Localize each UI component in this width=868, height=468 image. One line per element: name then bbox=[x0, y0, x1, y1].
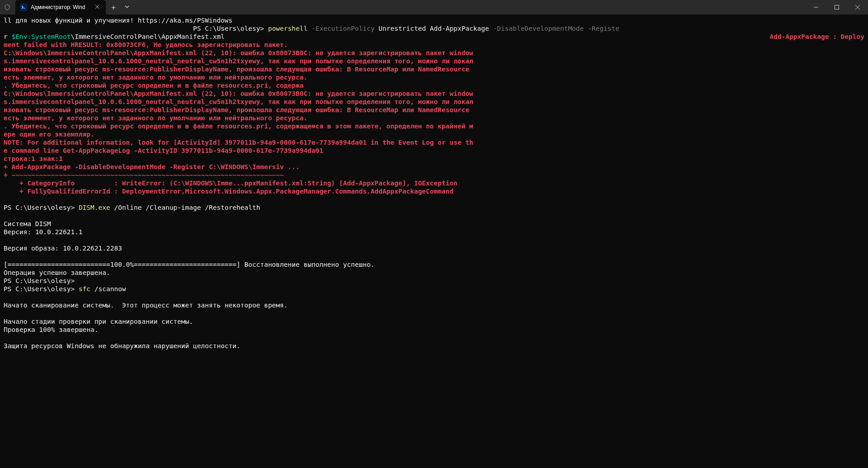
close-window-button[interactable] bbox=[847, 0, 868, 14]
maximize-button[interactable] bbox=[826, 0, 847, 14]
dism-output: Cистема DISM Версия: 10.0.22621.1 Версия… bbox=[4, 220, 375, 276]
prompt: PS C:\Users\olesy> bbox=[4, 285, 79, 293]
svg-rect-1 bbox=[835, 5, 839, 9]
titlebar: Администратор: Wind + bbox=[0, 0, 868, 14]
new-tab-button[interactable]: + bbox=[106, 3, 121, 12]
arg: Unrestricted Add-AppxPackage bbox=[378, 25, 489, 32]
prompt: PS C:\Users\olesy> bbox=[4, 277, 75, 284]
close-tab-button[interactable] bbox=[93, 3, 101, 11]
param: -ExecutionPolicy bbox=[307, 25, 378, 32]
output-line: ll для новых функций и улучшения! https:… bbox=[4, 17, 232, 24]
command: DISM.exe bbox=[79, 204, 110, 211]
titlebar-left: Администратор: Wind + bbox=[0, 0, 133, 14]
shield-icon bbox=[4, 4, 11, 11]
command: powershell bbox=[268, 25, 307, 32]
blank-line bbox=[4, 196, 8, 203]
minimize-button[interactable] bbox=[806, 0, 826, 14]
indent bbox=[4, 25, 193, 32]
sfc-output: Начато сканирование системы. Этот процес… bbox=[4, 302, 288, 350]
path: \ImmersiveControlPanel\AppxManifest.xml bbox=[71, 33, 224, 40]
prompt: PS C:\Users\olesy> bbox=[193, 25, 268, 32]
cont: r bbox=[4, 33, 11, 40]
error-head-right: Add-AppxPackage : Deploy bbox=[769, 33, 864, 41]
blank-line bbox=[4, 212, 8, 219]
args: /scannow bbox=[90, 285, 126, 293]
terminal-content[interactable]: ll для новых функций и улучшения! https:… bbox=[0, 14, 868, 468]
tab-title: Администратор: Wind bbox=[31, 4, 90, 10]
tab-dropdown-button[interactable] bbox=[121, 5, 133, 10]
prompt: PS C:\Users\olesy> bbox=[4, 204, 79, 211]
error-block: C:\Windows\ImmersiveControlPanel\AppxMan… bbox=[4, 49, 473, 195]
terminal-tab[interactable]: Администратор: Wind bbox=[15, 0, 106, 14]
args: /Online /Cleanup-image /Restorehealth bbox=[110, 204, 260, 211]
env-var: $Env:SystemRoot bbox=[11, 33, 71, 40]
window-controls bbox=[806, 0, 868, 14]
error-head-cont: ment failed with HRESULT: 0x80073CF6, Не… bbox=[4, 41, 288, 48]
powershell-icon bbox=[20, 4, 27, 11]
blank-line bbox=[4, 293, 8, 301]
param: -DisableDevelopmentMode -Registe bbox=[489, 25, 619, 32]
command: sfc bbox=[79, 285, 90, 293]
